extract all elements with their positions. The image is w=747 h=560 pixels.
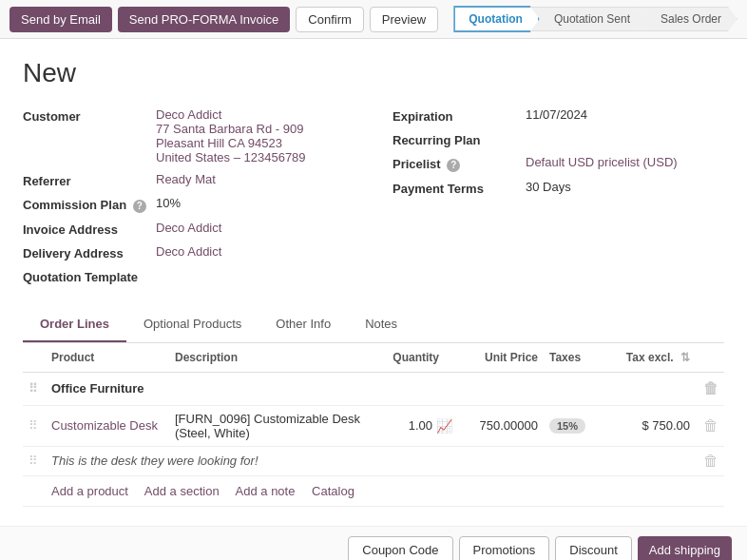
note-delete-btn[interactable]: 🗑 (696, 446, 724, 475)
product-unit-price-cell: 750.00000 (458, 405, 544, 446)
referrer-field: Referrer Ready Mat (23, 172, 354, 188)
customer-address: 77 Santa Barbara Rd - 909 Pleasant Hill … (156, 122, 306, 164)
note-text: This is the desk they were looking for! (46, 446, 696, 475)
payment-terms-value: 30 Days (526, 180, 571, 194)
note-drag-handle[interactable]: ⠿ (23, 446, 46, 475)
preview-button[interactable]: Preview (370, 7, 438, 32)
confirm-button[interactable]: Confirm (296, 7, 364, 32)
customer-value: Deco Addict 77 Santa Barbara Rd - 909 Pl… (156, 107, 306, 164)
customer-label: Customer (23, 107, 156, 124)
add-note-link[interactable]: Add a note (236, 484, 296, 498)
referrer-value: Ready Mat (156, 172, 216, 186)
address-line2: Pleasant Hill CA 94523 (156, 136, 306, 150)
reorder-icon[interactable]: ⇅ (680, 351, 690, 364)
th-unit-price: Unit Price (458, 343, 544, 373)
section-name: Office Furniture (46, 372, 696, 405)
send-email-button[interactable]: Send by Email (10, 7, 112, 32)
bottom-bar: Coupon Code Promotions Discount Add ship… (0, 526, 747, 561)
th-drag (23, 343, 46, 373)
delivery-address-link[interactable]: Deco Addict (156, 244, 221, 259)
th-product: Product (46, 343, 169, 373)
pricelist-field: Pricelist ? Default USD pricelist (USD) (393, 155, 724, 172)
table-section-row: ⠿ Office Furniture 🗑 (23, 372, 724, 405)
product-qty-cell: 1.00 📈 (382, 405, 458, 446)
th-taxes: Taxes (544, 343, 610, 373)
product-delete-btn[interactable]: 🗑 (696, 405, 724, 446)
product-name-cell: Customizable Desk (46, 405, 169, 446)
product-link[interactable]: Customizable Desk (51, 418, 158, 433)
tax-badge[interactable]: 15% (549, 418, 585, 434)
quotation-template-label: Quotation Template (23, 268, 156, 284)
invoice-address-field: Invoice Address Deco Addict (23, 221, 354, 237)
delivery-address-value: Deco Addict (156, 244, 221, 259)
discount-button[interactable]: Discount (555, 536, 632, 561)
promotions-button[interactable]: Promotions (459, 536, 550, 561)
payment-terms-field: Payment Terms 30 Days (393, 180, 724, 196)
expiration-value: 11/07/2024 (526, 107, 587, 122)
customer-field: Customer Deco Addict 77 Santa Barbara Rd… (23, 107, 354, 164)
pricelist-label: Pricelist ? (393, 155, 526, 172)
send-proforma-button[interactable]: Send PRO-FORMA Invoice (118, 7, 291, 32)
commission-value: 10% (156, 196, 181, 210)
commission-field: Commission Plan ? 10% (23, 196, 354, 213)
status-bar: Quotation Quotation Sent Sales Order (453, 6, 737, 32)
expiration-label: Expiration (393, 107, 526, 124)
product-taxes-cell: 15% (544, 405, 610, 446)
invoice-address-link[interactable]: Deco Addict (156, 221, 221, 235)
pricelist-help-icon[interactable]: ? (447, 159, 460, 172)
tab-other-info[interactable]: Other Info (259, 307, 348, 342)
tabs: Order Lines Optional Products Other Info… (23, 307, 724, 342)
th-actions (696, 343, 724, 373)
referrer-link[interactable]: Ready Mat (156, 172, 216, 186)
expiration-field: Expiration 11/07/2024 (393, 107, 724, 124)
delete-note-icon[interactable]: 🗑 (703, 453, 718, 469)
drag-dots-icon: ⠿ (29, 381, 38, 396)
drag-dots-icon: ⠿ (29, 418, 38, 433)
pricelist-link[interactable]: Default USD pricelist (USD) (526, 155, 678, 169)
invoice-address-label: Invoice Address (23, 221, 156, 237)
delivery-address-field: Delivery Address Deco Addict (23, 244, 354, 261)
table-note-row: ⠿ This is the desk they were looking for… (23, 446, 724, 475)
recurring-plan-field: Recurring Plan (393, 131, 724, 147)
table-header: Product Description Quantity Unit Price … (23, 343, 724, 373)
add-section-link[interactable]: Add a section (144, 484, 220, 498)
status-step-sales-order[interactable]: Sales Order (637, 7, 737, 31)
delete-product-icon[interactable]: 🗑 (703, 417, 718, 434)
product-description-cell: [FURN_0096] Customizable Desk (Steel, Wh… (169, 405, 382, 446)
pricelist-value: Default USD pricelist (USD) (526, 155, 678, 169)
section-delete-btn[interactable]: 🗑 (696, 372, 724, 405)
customer-name-link[interactable]: Deco Addict (156, 107, 221, 122)
order-table: Product Description Quantity Unit Price … (23, 343, 724, 507)
form-right: Expiration 11/07/2024 Recurring Plan Pri… (393, 107, 724, 292)
tab-notes[interactable]: Notes (348, 307, 414, 342)
section-drag-handle[interactable]: ⠿ (23, 372, 46, 405)
address-line3: United States – 123456789 (156, 150, 306, 164)
coupon-code-button[interactable]: Coupon Code (348, 536, 452, 561)
delivery-address-label: Delivery Address (23, 244, 156, 261)
delete-section-icon[interactable]: 🗑 (703, 380, 718, 396)
product-drag-handle[interactable]: ⠿ (23, 405, 46, 446)
main-content: New Customer Deco Addict 77 Santa Barbar… (0, 39, 747, 526)
page-title: New (23, 58, 724, 88)
quotation-template-field: Quotation Template (23, 268, 354, 284)
tabs-container: Order Lines Optional Products Other Info… (23, 307, 724, 343)
forecast-chart-icon[interactable]: 📈 (436, 418, 452, 434)
commission-help-icon[interactable]: ? (133, 200, 146, 213)
tab-order-lines[interactable]: Order Lines (23, 307, 126, 342)
tab-optional-products[interactable]: Optional Products (126, 307, 259, 342)
add-product-link[interactable]: Add a product (51, 484, 128, 498)
invoice-address-value: Deco Addict (156, 221, 221, 235)
referrer-label: Referrer (23, 172, 156, 188)
qty-value-wrapper: 1.00 📈 (388, 418, 452, 434)
th-tax-excl: Tax excl. ⇅ (610, 343, 696, 373)
th-quantity: Quantity (382, 343, 458, 373)
catalog-link[interactable]: Catalog (312, 484, 354, 498)
status-step-quotation-sent[interactable]: Quotation Sent (530, 7, 646, 31)
status-step-quotation[interactable]: Quotation (453, 6, 540, 32)
product-tax-excl-cell: $ 750.00 (610, 405, 696, 446)
recurring-plan-label: Recurring Plan (393, 131, 526, 147)
th-description: Description (169, 343, 382, 373)
table-row: ⠿ Customizable Desk [FURN_0096] Customiz… (23, 405, 724, 446)
drag-dots-icon: ⠿ (29, 454, 38, 468)
add-shipping-button[interactable]: Add shipping (638, 536, 732, 561)
